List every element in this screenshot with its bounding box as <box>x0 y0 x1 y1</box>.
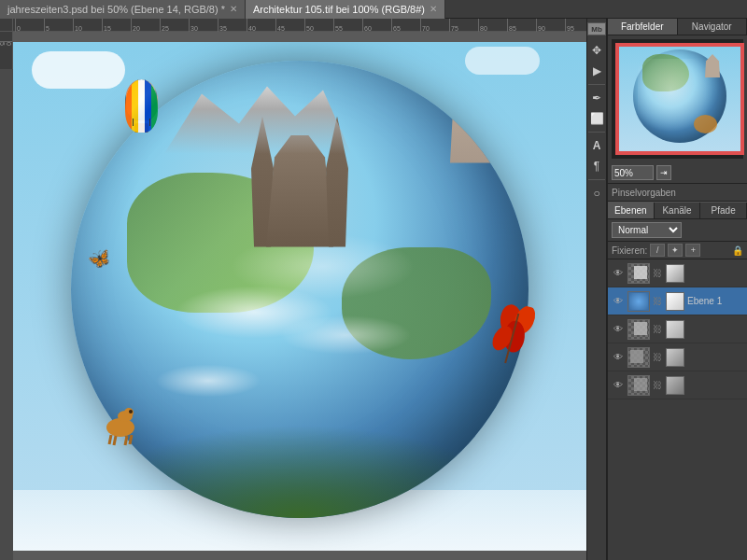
layer-eye-3[interactable]: 👁 <box>612 323 625 336</box>
layer-link-4: ⛓ <box>653 352 662 362</box>
blend-mode-select[interactable]: Normal Multiplizieren Abblenden <box>612 222 682 238</box>
tab-jahreszeiten[interactable]: jahreszeiten3.psd bei 50% (Ebene 14, RGB… <box>0 0 246 19</box>
ruler-tick-80: 80 <box>478 19 507 32</box>
layer-thumb-2 <box>627 291 650 312</box>
tab-navigator[interactable]: Navigator <box>678 19 748 35</box>
ruler-tick-45: 45 <box>275 19 304 32</box>
fixieren-label: Fixieren: <box>612 245 647 256</box>
layer-mask-2 <box>666 292 684 311</box>
tab-architektur[interactable]: Architektur 105.tif bei 100% (RGB/8#) ✕ <box>246 0 445 19</box>
tool-move[interactable]: ✥ <box>587 41 606 60</box>
svg-point-5 <box>106 418 134 437</box>
tab-kanaele[interactable]: Kanäle <box>655 203 701 218</box>
ruler-tick-75: 75 <box>449 19 478 32</box>
layer-thumb-3 <box>627 319 650 340</box>
layer-thumb-4 <box>627 347 650 368</box>
navigator-preview <box>612 39 743 159</box>
tool-divider-3 <box>588 179 605 180</box>
tool-pen[interactable]: ✒ <box>587 89 606 107</box>
tab-bar: jahreszeiten3.psd bei 50% (Ebene 14, RGB… <box>0 0 747 19</box>
layer-link-3: ⛓ <box>653 324 662 334</box>
tool-type[interactable]: A <box>587 136 606 155</box>
layer-list: 👁 ⛓ 👁 ⛓ Ebene 1 👁 <box>608 259 747 560</box>
ruler-tick-50: 50 <box>304 19 333 32</box>
layer-item-4[interactable]: 👁 ⛓ <box>608 343 747 371</box>
layer-item-1[interactable]: 👁 ⛓ <box>608 259 747 287</box>
svg-line-12 <box>130 435 132 444</box>
layer-link-2: ⛓ <box>653 296 662 306</box>
layer-thumb-content-5 <box>634 378 647 391</box>
layer-eye-4[interactable]: 👁 <box>612 351 625 364</box>
fix-btn-star[interactable]: ✦ <box>668 244 683 257</box>
tab-close-2[interactable]: ✕ <box>430 4 437 14</box>
ruler-vertical: 0 5 10 15 20 25 30 35 40 45 50 55 60 65 … <box>0 32 13 69</box>
ruler-tick-5: 5 <box>44 19 73 32</box>
hot-air-balloon <box>125 79 158 133</box>
tab-pfade[interactable]: Pfade <box>700 203 747 218</box>
ruler-tick-35: 35 <box>218 19 247 32</box>
layer-eye-1[interactable]: 👁 <box>612 267 625 280</box>
tool-play[interactable]: ▶ <box>587 62 606 80</box>
tool-divider-1 <box>588 84 605 85</box>
ruler-vertical-wrapper: 0 5 10 15 20 25 30 35 40 45 50 55 60 65 … <box>0 19 13 560</box>
ruler-tick-25: 25 <box>160 19 189 32</box>
layer-eye-5[interactable]: 👁 <box>612 379 625 392</box>
layer-thumb-5 <box>627 375 650 396</box>
layer-item-2[interactable]: 👁 ⛓ Ebene 1 <box>608 287 747 315</box>
tool-stamp[interactable]: ⬜ <box>587 109 606 128</box>
layer-link-1: ⛓ <box>653 268 662 278</box>
layer-thumb-content-1 <box>634 266 647 279</box>
svg-point-8 <box>129 410 133 413</box>
svg-line-11 <box>125 436 127 445</box>
ruler-tick-15: 15 <box>102 19 131 32</box>
fix-btn-slash[interactable]: / <box>650 244 665 257</box>
svg-line-9 <box>109 435 111 444</box>
tab-close-1[interactable]: ✕ <box>230 4 237 14</box>
ruler-tick-70: 70 <box>420 19 449 32</box>
balloon-stripes <box>125 79 158 133</box>
balloon-rope-right <box>149 119 150 126</box>
layer-thumb-1 <box>627 263 650 284</box>
layer-mask-1 <box>666 264 684 283</box>
right-panel: Farbfelder Navigator <box>607 19 747 560</box>
svg-line-10 <box>114 436 116 445</box>
main-layout: 0 5 10 15 20 25 30 35 40 45 50 55 60 65 … <box>0 19 747 560</box>
balloon-rope-left <box>133 119 134 126</box>
zoom-input[interactable] <box>612 165 654 180</box>
ruler-ticks: 0 5 10 15 20 25 30 35 40 45 50 55 60 65 … <box>15 19 586 32</box>
tool-divider-2 <box>588 132 605 133</box>
layer-item-3[interactable]: 👁 ⛓ <box>608 315 747 343</box>
layer-link-5: ⛓ <box>653 380 662 390</box>
tab-farbfelder[interactable]: Farbfelder <box>608 19 678 35</box>
zoom-arrow-btn[interactable]: ⇥ <box>656 165 671 180</box>
ruler-tick-20: 20 <box>131 19 160 32</box>
ruler-horizontal: 0 5 10 15 20 25 30 35 40 45 50 55 60 65 … <box>13 19 586 32</box>
layer-mask-4 <box>666 348 684 367</box>
layer-name-2: Ebene 1 <box>687 296 743 306</box>
ruler-tick-55: 55 <box>333 19 362 32</box>
ruler-tick-40: 40 <box>247 19 275 32</box>
tab-ebenen[interactable]: Ebenen <box>608 203 655 218</box>
blend-mode-row: Normal Multiplizieren Abblenden <box>608 219 747 242</box>
fix-btn-plus[interactable]: + <box>685 244 700 257</box>
balloon-body <box>125 79 158 121</box>
ruler-tick-60: 60 <box>362 19 391 32</box>
ruler-tick-30: 30 <box>189 19 218 32</box>
ruler-tick-85: 85 <box>507 19 536 32</box>
ruler-tick-65: 65 <box>391 19 420 32</box>
tool-dodge[interactable]: ○ <box>587 184 606 203</box>
layer-item-5[interactable]: 👁 ⛓ <box>608 371 747 399</box>
mb-button[interactable]: Mb <box>587 22 606 35</box>
layers-tabs: Ebenen Kanäle Pfade <box>608 202 747 219</box>
brush-section: Pinselvorgaben <box>608 184 747 202</box>
fixieren-row: Fixieren: / ✦ + 🔒 <box>608 242 747 259</box>
layer-mask-5 <box>666 376 684 395</box>
tool-paragraph[interactable]: ¶ <box>587 157 606 175</box>
canvas-area[interactable]: 🦋 <box>13 32 586 560</box>
layer-thumb-content-4 <box>630 350 643 363</box>
layer-eye-2[interactable]: 👁 <box>612 295 625 308</box>
canvas-wrapper: 0 5 10 15 20 25 30 35 40 45 50 55 60 65 … <box>13 19 586 560</box>
layer-mask-3 <box>666 320 684 339</box>
toolbar: Mb ✥ ▶ ✒ ⬜ A ¶ ○ <box>586 19 607 560</box>
ruler-corner <box>0 19 13 32</box>
